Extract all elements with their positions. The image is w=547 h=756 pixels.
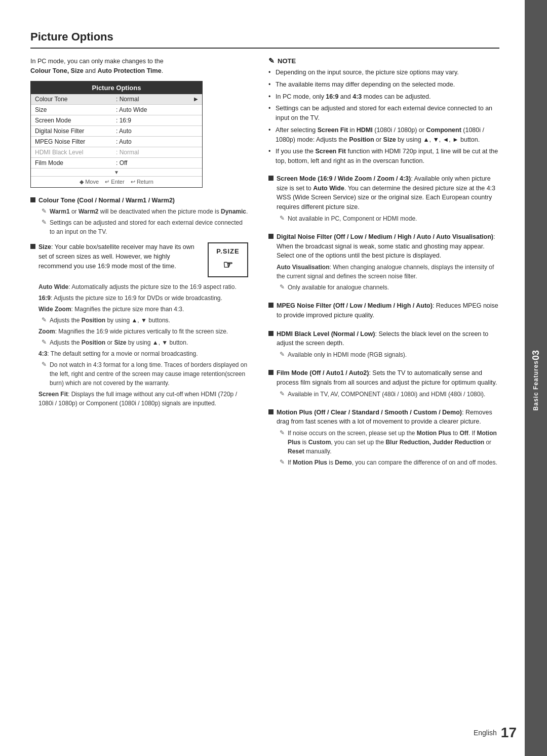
sub-bullet: ✎ Not available in PC, Component or HDMI… (280, 214, 499, 223)
bullet-main: Film Mode (Off / Auto1 / Auto2): Sets th… (268, 368, 499, 388)
row-value: : Auto Wide (116, 106, 198, 113)
page-title: Picture Options (30, 30, 499, 49)
note-item: After selecting Screen Fit in HDMI (1080… (268, 125, 499, 145)
zoom-para: Zoom: Magnifies the 16:9 wide pictures v… (38, 327, 248, 336)
hdmi-black-section: HDMI Black Level (Normal / Low): Selects… (268, 329, 499, 360)
pencil-icon: ✎ (280, 351, 285, 359)
table-row: HDMI Black Level : Normal (31, 147, 202, 158)
row-value: : Auto (116, 128, 198, 135)
bullet-text: Film Mode (Off / Auto1 / Auto2): Sets th… (277, 368, 499, 388)
sub-bullet: ✎ If noise occurs on the screen, please … (280, 429, 499, 456)
sub-text: Zoom: Magnifies the 16:9 wide pictures v… (38, 328, 228, 335)
bullet-text: Screen Mode (16:9 / Wide Zoom / Zoom / 4… (277, 174, 499, 212)
note-pencil-icon: ✎ (268, 57, 275, 65)
main-content: Picture Options In PC mode, you can only… (0, 0, 525, 756)
row-label: Colour Tone (35, 96, 116, 103)
sub-text: Warm1 or Warm2 will be deactivated when … (50, 207, 248, 216)
bullet-text: Colour Tone (Cool / Normal / Warm1 / War… (38, 196, 248, 205)
note-list: Depending on the input source, the pictu… (268, 68, 499, 166)
bullet-main: Colour Tone (Cool / Normal / Warm1 / War… (30, 196, 248, 205)
psize-label: P.SIZE (214, 246, 242, 257)
table-header: Picture Options (31, 81, 202, 94)
table-body: Colour Tone : Normal ▶ Size : Auto Wide … (31, 94, 202, 187)
sub-text: Adjusts the Position by using ▲, ▼ butto… (50, 316, 170, 325)
row-label: MPEG Noise Filter (35, 138, 116, 145)
row-value: : 16:9 (116, 117, 198, 124)
intro-line1: In PC mode, you can only make changes to… (30, 58, 164, 65)
pencil-icon: ✎ (280, 283, 285, 292)
bullet-square-icon (268, 176, 274, 181)
bullet-main: MPEG Noise Filter (Off / Low / Medium / … (268, 301, 499, 320)
bullet-text: Digital Noise Filter (Off / Low / Medium… (277, 232, 499, 261)
sub-bullet: ✎ Adjusts the Position or Size by using … (42, 338, 248, 347)
sub-bullet: ✎ Do not watch in 4:3 format for a long … (42, 360, 248, 388)
pencil-icon: ✎ (42, 207, 47, 216)
bullet-main: P.SIZE ☞ Size: Your cable box/satellite … (30, 242, 248, 280)
pencil-icon: ✎ (280, 429, 285, 456)
169-para: 16:9: Adjusts the picture size to 16:9 f… (38, 293, 248, 303)
auto-vis-para: Auto Visualisation: When changing analog… (277, 263, 499, 281)
sub-bullet: ✎ Available in TV, AV, COMPONENT (480i /… (280, 390, 499, 399)
note-item: If you use the Screen Fit function with … (268, 147, 499, 166)
film-mode-section: Film Mode (Off / Auto1 / Auto2): Sets th… (268, 368, 499, 399)
sub-text: Do not watch in 4:3 format for a long ti… (50, 360, 248, 388)
43-para: 4:3: The default setting for a movie or … (38, 349, 248, 358)
sub-bullet: ✎ Available only in HDMI mode (RGB signa… (280, 350, 499, 359)
pencil-icon: ✎ (280, 215, 285, 223)
footer-page-number: 17 (501, 725, 517, 741)
table-row: Screen Mode : 16:9 (31, 115, 202, 126)
table-row: Colour Tone : Normal ▶ (31, 94, 202, 105)
auto-wide-para: Auto Wide: Automatically adjusts the pic… (38, 282, 248, 291)
footer: English 17 (474, 725, 517, 741)
sub-text: Adjusts the Position or Size by using ▲,… (50, 338, 188, 347)
note-header: ✎ NOTE (268, 57, 499, 65)
table-row: Size : Auto Wide (31, 105, 202, 115)
sub-text: Available in TV, AV, COMPONENT (480i / 1… (288, 390, 485, 399)
table-row: Film Mode : Off (31, 158, 202, 169)
sub-text: Available only in HDMI mode (RGB signals… (288, 350, 407, 359)
sub-text: Settings can be adjusted and stored for … (50, 218, 248, 236)
pencil-icon: ✎ (42, 339, 47, 347)
row-arrow: ▶ (194, 96, 198, 102)
bullet-square-icon (30, 197, 35, 202)
row-label: Film Mode (35, 159, 116, 166)
sub-text: Screen Fit: Displays the full image with… (38, 391, 237, 407)
sub-text: Auto Wide: Automatically adjusts the pic… (38, 283, 237, 290)
row-label: Digital Noise Filter (35, 128, 116, 135)
note-item: The available items may differ depending… (268, 80, 499, 90)
table-nav: ◆ Move ↵ Enter ↩ Return (31, 176, 202, 187)
intro-bold2: Auto Protection Time (97, 67, 161, 74)
pencil-icon: ✎ (280, 458, 285, 467)
table-row: Digital Noise Filter : Auto (31, 126, 202, 137)
digital-noise-section: Digital Noise Filter (Off / Low / Medium… (268, 232, 499, 292)
colour-tone-section: Colour Tone (Cool / Normal / Warm1 / War… (30, 196, 248, 237)
intro-bold1: Colour Tone, Size (30, 67, 84, 74)
pencil-icon: ✎ (42, 316, 47, 325)
chapter-number: 03 (531, 350, 541, 360)
sub-bullet: ✎ Settings can be adjusted and stored fo… (42, 218, 248, 236)
scroll-indicator: ▼ (31, 169, 202, 176)
bullet-square-icon (268, 303, 274, 308)
bullet-text: MPEG Noise Filter (Off / Low / Medium / … (277, 301, 499, 320)
right-column: ✎ NOTE Depending on the input source, th… (268, 57, 499, 476)
bullet-text: HDMI Black Level (Normal / Low): Selects… (277, 329, 499, 349)
note-section: ✎ NOTE Depending on the input source, th… (268, 57, 499, 166)
pencil-icon: ✎ (42, 219, 47, 236)
sub-bullet: ✎ Adjusts the Position by using ▲, ▼ but… (42, 316, 248, 325)
left-column: In PC mode, you can only make changes to… (30, 57, 248, 476)
sub-text: 4:3: The default setting for a movie or … (38, 350, 198, 357)
right-sidebar: 03 Basic Features (525, 0, 547, 756)
screen-mode-section: Screen Mode (16:9 / Wide Zoom / Zoom / 4… (268, 174, 499, 223)
row-label: Screen Mode (35, 117, 116, 124)
note-item: Settings can be adjusted and stored for … (268, 104, 499, 123)
screen-fit-para: Screen Fit: Displays the full image with… (38, 390, 248, 408)
sub-text: Not available in PC, Component or HDMI m… (288, 214, 417, 223)
intro-text: In PC mode, you can only make changes to… (30, 57, 248, 76)
sub-text: If Motion Plus is Demo, you can compare … (288, 458, 497, 467)
sub-text: Auto Visualisation: When changing analog… (277, 264, 494, 280)
bullet-text: P.SIZE ☞ Size: Your cable box/satellite … (38, 242, 248, 280)
sub-text: Only available for analogue channels. (288, 283, 389, 292)
sub-text: If noise occurs on the screen, please se… (288, 429, 499, 456)
bullet-square-icon (268, 370, 274, 375)
row-value: : Off (116, 159, 198, 166)
